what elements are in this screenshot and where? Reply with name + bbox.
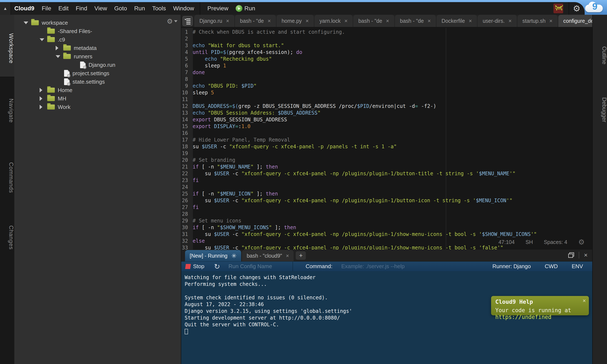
- line-number: 7: [181, 69, 191, 76]
- expand-closed-icon[interactable]: [40, 88, 42, 92]
- sidebar-tab-changes[interactable]: Changes: [0, 225, 14, 250]
- close-tab-icon[interactable]: ×: [549, 18, 553, 24]
- debug-bug-icon[interactable]: [554, 4, 563, 13]
- tree-item-label: workspace: [42, 20, 68, 26]
- editor-tab-startup-sh[interactable]: startup.sh×: [517, 15, 558, 27]
- env-button[interactable]: ENV: [572, 263, 583, 270]
- tree-item-metadata[interactable]: metadata: [14, 44, 181, 52]
- expand-open-icon[interactable]: [40, 38, 44, 41]
- close-tab-icon[interactable]: ×: [428, 18, 431, 24]
- close-panel-icon[interactable]: ×: [584, 252, 588, 258]
- cwd-button[interactable]: CWD: [545, 263, 558, 270]
- editor-tab-dockerfile[interactable]: Dockerfile×: [436, 15, 477, 27]
- tree-item-project-settings[interactable]: project.settings: [14, 69, 181, 78]
- menubar-menu-goto[interactable]: Goto: [111, 2, 131, 15]
- sidebar-tab-outline[interactable]: Outline: [593, 46, 607, 65]
- syntax-mode[interactable]: SH: [526, 239, 533, 245]
- indent-setting[interactable]: Spaces: 4: [544, 239, 567, 245]
- tree-item-work[interactable]: Work: [14, 103, 181, 111]
- tree-item-django-run[interactable]: Django.run: [14, 61, 181, 69]
- menubar-menu-window[interactable]: Window: [170, 2, 198, 15]
- spinner-icon: ✳: [231, 252, 237, 260]
- tree-item-workspace[interactable]: workspace: [14, 19, 181, 27]
- code-editor[interactable]: 1# Check when DBUS is active and start c…: [181, 28, 592, 250]
- console-tab-bash-cloud9[interactable]: bash - "cloud9"×: [242, 250, 294, 261]
- tree-item-state-settings[interactable]: state.settings: [14, 78, 181, 86]
- console-tab-label: [New] - Running: [190, 253, 227, 259]
- menubar-menu-file[interactable]: File: [38, 2, 55, 15]
- cloud9-logo-icon: 9: [584, 2, 604, 13]
- editor-settings-gear-icon[interactable]: ⚙: [578, 238, 585, 246]
- sidebar-tab-debugger[interactable]: Debugger: [593, 97, 607, 122]
- console-tab-new-running[interactable]: [New] - Running✳: [185, 250, 241, 261]
- expand-closed-icon[interactable]: [56, 46, 58, 50]
- tree-item-home[interactable]: Home: [14, 86, 181, 94]
- expand-open-icon[interactable]: [56, 55, 60, 58]
- menubar-menu-edit[interactable]: Edit: [55, 2, 72, 15]
- editor-tab-home-py[interactable]: home.py×: [277, 15, 314, 27]
- tab-list-button[interactable]: [183, 16, 193, 26]
- editor-tab-bash-de[interactable]: bash - "de×: [395, 15, 436, 27]
- close-tab-icon[interactable]: ×: [226, 18, 229, 24]
- line-number: 24: [181, 184, 191, 190]
- tree-item-c9[interactable]: .c9: [14, 35, 181, 44]
- menubar-menu-view[interactable]: View: [91, 2, 111, 15]
- menubar-menu-run[interactable]: Run: [131, 2, 149, 15]
- app-title[interactable]: Cloud9: [14, 5, 34, 12]
- stop-button[interactable]: Stop: [185, 263, 204, 270]
- expand-closed-icon[interactable]: [40, 105, 42, 109]
- code-line: 27fi: [181, 204, 592, 211]
- restart-icon[interactable]: ↻: [214, 262, 220, 271]
- cursor-position[interactable]: 47:104: [499, 239, 515, 245]
- editor-tab-django-ru[interactable]: Django.ru×: [194, 15, 234, 27]
- menubar-divider: [569, 2, 569, 15]
- close-tab-icon[interactable]: ×: [508, 18, 512, 24]
- editor-tab-yarn-lock[interactable]: yarn.lock×: [315, 15, 353, 27]
- line-number: 17: [181, 136, 191, 143]
- terminal-output[interactable]: Watching for file changes with StatReloa…: [181, 271, 592, 364]
- editor-tab-user-dirs[interactable]: user-dirs.×: [478, 15, 516, 27]
- sidebar-tab-commands[interactable]: Commands: [0, 162, 14, 193]
- tree-item-runners[interactable]: runners: [14, 52, 181, 61]
- line-number: 11: [181, 96, 191, 103]
- folder-icon: [47, 104, 55, 110]
- expand-open-icon[interactable]: [24, 22, 28, 24]
- menu-list: FileEditFindViewGotoRunToolsWindow: [38, 2, 198, 15]
- code-line: 23fi: [181, 177, 592, 184]
- collapse-menubar-button[interactable]: ▲: [0, 2, 11, 15]
- folder-icon: [47, 96, 55, 101]
- tree-item-label: state.settings: [73, 78, 105, 85]
- help-link[interactable]: https://undefined: [495, 314, 551, 320]
- line-number: 1: [181, 29, 191, 35]
- console-tab-label: bash - "cloud9": [247, 253, 282, 259]
- line-number: 25: [181, 190, 191, 197]
- editor-tab-bash-de[interactable]: bash - "de×: [353, 15, 394, 27]
- editor-tab-bash-de[interactable]: bash - "de×: [235, 15, 276, 27]
- command-input[interactable]: Example: ./server.js --help: [341, 263, 405, 270]
- new-console-tab-button[interactable]: +: [296, 251, 306, 260]
- run-button[interactable]: ▶ Run: [233, 5, 258, 12]
- line-number: 15: [181, 123, 191, 130]
- sidebar-tab-navigate[interactable]: Navigate: [0, 99, 14, 123]
- line-number: 28: [181, 211, 191, 217]
- close-tab-icon[interactable]: ×: [469, 18, 472, 24]
- menubar-menu-find[interactable]: Find: [72, 2, 91, 15]
- preview-button[interactable]: Preview: [203, 2, 233, 15]
- close-tab-icon[interactable]: ×: [344, 18, 348, 24]
- maximize-panel-icon[interactable]: [568, 252, 574, 258]
- code-lines: 1# Check when DBUS is active and start c…: [181, 29, 592, 250]
- close-tab-icon[interactable]: ×: [386, 18, 389, 24]
- preferences-gear-icon[interactable]: ⚙: [573, 4, 581, 13]
- code-line: 10sleep 5: [181, 89, 592, 96]
- close-tab-icon[interactable]: ×: [268, 18, 271, 24]
- tree-item-mh[interactable]: MH: [14, 94, 181, 103]
- run-config-input[interactable]: Run Config Name: [228, 263, 292, 270]
- close-tab-icon[interactable]: ×: [286, 253, 289, 259]
- tree-item-shared-files[interactable]: -Shared Files-: [14, 27, 181, 35]
- close-tab-icon[interactable]: ×: [306, 18, 309, 24]
- menubar-menu-tools[interactable]: Tools: [149, 2, 170, 15]
- expand-closed-icon[interactable]: [40, 96, 42, 101]
- runner-selector[interactable]: Runner: Django: [492, 263, 531, 270]
- close-icon[interactable]: ×: [582, 297, 586, 304]
- sidebar-tab-workspace[interactable]: Workspace: [0, 33, 14, 64]
